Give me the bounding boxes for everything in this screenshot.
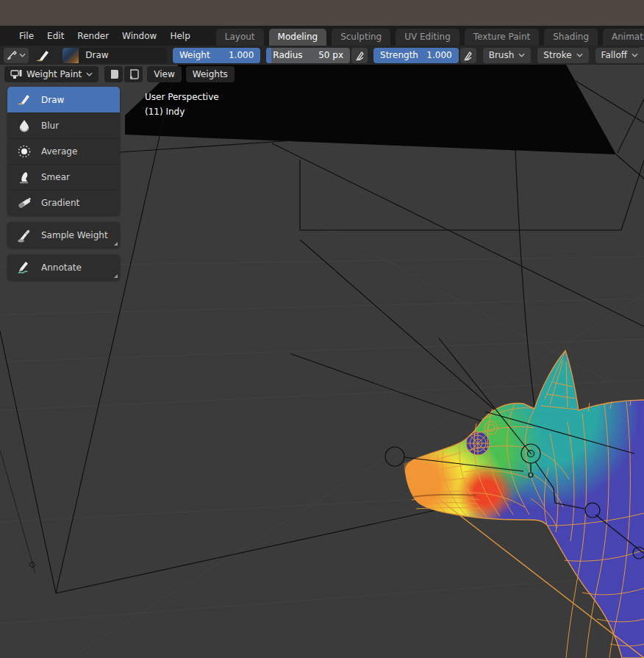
brush-dropdown-label: Brush [489, 50, 515, 60]
tool-label: Annotate [41, 262, 82, 273]
3d-viewport[interactable]: Weight Paint View Weights Us [0, 65, 644, 658]
annotate-tool-group: Annotate [7, 254, 120, 280]
face-select-mask-toggle[interactable] [104, 66, 123, 82]
weights-menu[interactable]: Weights [186, 66, 235, 82]
face-mask-icon [109, 69, 119, 79]
tab-texture-paint[interactable]: Texture Paint [465, 29, 539, 46]
view-name: User Perspective [145, 90, 219, 104]
toolbar-panel: Draw Blur Average [7, 87, 120, 280]
tool-blur[interactable]: Blur [7, 112, 120, 138]
gradient-icon [16, 195, 32, 211]
menu-file[interactable]: File [12, 28, 40, 44]
stroke-dropdown-label: Stroke [543, 50, 571, 60]
tab-animation[interactable]: Animation [603, 29, 644, 46]
tab-modeling[interactable]: Modeling [269, 29, 327, 46]
tool-settings-bar: Draw Weight 1.000 Radius 50 px Strength … [0, 46, 644, 65]
mode-label: Weight Paint [26, 69, 82, 79]
stylus-pressure-icon [462, 50, 473, 61]
brush-tool-group: Draw Blur Average [7, 87, 120, 215]
tool-label: Gradient [41, 198, 79, 208]
vertex-mask-icon [129, 69, 139, 79]
tab-layout[interactable]: Layout [216, 29, 264, 46]
tool-annotate[interactable]: Annotate [7, 254, 120, 280]
menu-render[interactable]: Render [71, 28, 115, 44]
annotate-icon [16, 260, 32, 276]
strength-pressure-toggle[interactable] [460, 48, 476, 63]
tool-label: Draw [41, 95, 64, 105]
radius-label: Radius [273, 50, 302, 60]
weights-menu-label: Weights [193, 69, 228, 79]
tool-label: Average [41, 146, 77, 157]
tool-draw[interactable]: Draw [7, 87, 120, 112]
weight-label: Weight [179, 50, 210, 60]
strength-slider[interactable]: Strength 1.000 [373, 48, 459, 63]
brush-icon [35, 48, 51, 62]
brush-preview-thumbnail [62, 48, 79, 63]
smear-icon [16, 169, 32, 185]
tool-label: Smear [41, 172, 70, 182]
strength-value: 1.000 [426, 50, 451, 60]
tool-label: Sample Weight [41, 230, 108, 240]
chevron-down-icon [86, 72, 93, 76]
brush-datablock-field[interactable]: Draw [62, 48, 167, 63]
chevron-down-icon [576, 53, 583, 57]
blender-window: File Edit Render Window Help Layout Mode… [0, 0, 644, 658]
weight-value: 1.000 [229, 50, 254, 60]
tab-sculpting[interactable]: Sculpting [332, 29, 390, 46]
active-tool-selector[interactable] [4, 48, 29, 63]
brush-icon [16, 92, 32, 108]
menubar: File Edit Render Window Help Layout Mode… [0, 26, 644, 46]
view-menu-label: View [154, 69, 174, 79]
menu-edit[interactable]: Edit [40, 28, 71, 44]
tab-uv-editing[interactable]: UV Editing [396, 29, 459, 46]
radius-slider-fill [266, 48, 271, 63]
brush-icon-button[interactable] [33, 46, 54, 64]
weight-paint-mode-icon [10, 69, 22, 79]
chevron-down-icon [518, 53, 525, 57]
average-icon [16, 143, 32, 160]
mode-dropdown[interactable]: Weight Paint [4, 66, 99, 82]
eyedropper-icon [16, 227, 32, 243]
falloff-dropdown[interactable]: Falloff [595, 48, 644, 63]
radius-value: 50 px [318, 50, 343, 60]
falloff-dropdown-label: Falloff [601, 50, 627, 60]
brush-name: Draw [85, 50, 108, 60]
view-menu[interactable]: View [147, 66, 181, 82]
chevron-down-icon [19, 53, 26, 57]
stroke-dropdown[interactable]: Stroke [537, 48, 588, 63]
menu-window[interactable]: Window [115, 28, 163, 44]
brush-dropdown[interactable]: Brush [483, 48, 532, 63]
tool-smear[interactable]: Smear [7, 164, 120, 190]
cursor-dropdown-partial[interactable] [638, 47, 644, 62]
radius-slider[interactable]: Radius 50 px [266, 48, 350, 63]
radius-pressure-toggle[interactable] [351, 48, 368, 63]
tool-average[interactable]: Average [7, 138, 120, 164]
menu-help[interactable]: Help [163, 28, 196, 44]
droplet-icon [16, 118, 32, 134]
tool-label: Blur [41, 121, 59, 131]
weight-slider[interactable]: Weight 1.000 [173, 48, 260, 63]
active-tool-brush-icon [7, 49, 18, 61]
stylus-pressure-icon [354, 50, 365, 61]
chevron-down-icon [632, 53, 638, 57]
tab-shading[interactable]: Shading [544, 29, 598, 46]
tool-gradient[interactable]: Gradient [7, 190, 120, 215]
active-object-name: (11) Indy [145, 104, 219, 119]
viewport-header: Weight Paint View Weights [4, 66, 235, 82]
os-titlebar [0, 0, 644, 26]
workspace-tabs: Layout Modeling Sculpting UV Editing Tex… [216, 26, 644, 46]
strength-label: Strength [380, 50, 418, 60]
vertex-select-mask-toggle[interactable] [124, 66, 143, 82]
sample-tool-group: Sample Weight [7, 222, 120, 248]
tool-sample-weight[interactable]: Sample Weight [7, 222, 120, 248]
viewport-info-overlay: User Perspective (11) Indy [145, 90, 219, 119]
